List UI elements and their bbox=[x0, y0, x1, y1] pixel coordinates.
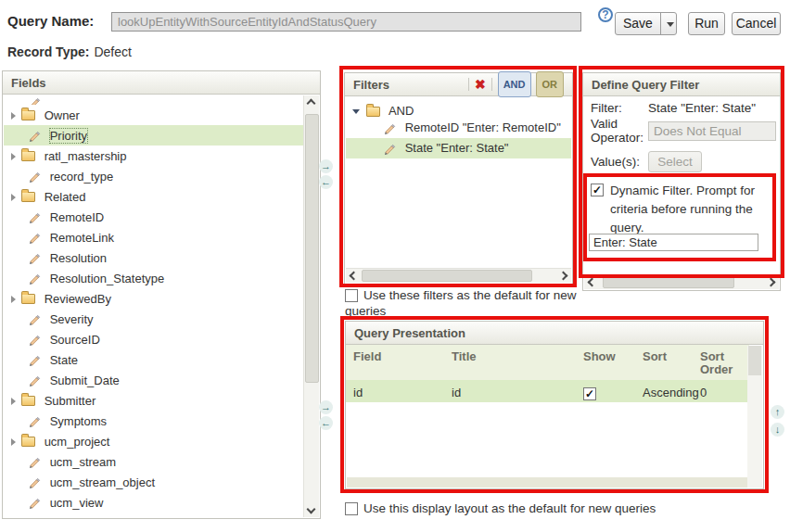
record-type-label: Record Type: bbox=[7, 44, 89, 59]
select-values-button[interactable]: Select bbox=[648, 151, 702, 172]
field-item-partial[interactable] bbox=[4, 95, 303, 105]
filters-default-label: Use these filters as the default for new… bbox=[345, 288, 577, 318]
field-item-reviewedby[interactable]: ReviewedBy bbox=[4, 288, 303, 309]
field-item-ucm-project[interactable]: ucm_project bbox=[4, 431, 303, 451]
field-item-remotelink[interactable]: RemoteLink bbox=[4, 227, 303, 247]
record-type: Record Type:Defect bbox=[7, 44, 132, 59]
pencil-icon bbox=[28, 252, 41, 265]
delete-filter-icon[interactable] bbox=[475, 73, 486, 95]
move-column-up-button[interactable] bbox=[771, 405, 784, 419]
help-icon[interactable] bbox=[598, 7, 613, 22]
field-item-severity[interactable]: Severity bbox=[4, 309, 303, 329]
presentation-bottom-strip bbox=[347, 477, 747, 488]
pencil-icon bbox=[28, 334, 41, 347]
scrollbar-thumb[interactable] bbox=[603, 276, 734, 288]
field-item-priority[interactable]: Priority bbox=[4, 125, 303, 146]
or-button[interactable]: OR bbox=[536, 71, 565, 97]
presentation-vertical-scrollbar[interactable] bbox=[747, 346, 762, 488]
fields-panel-header: Fields bbox=[3, 71, 320, 95]
define-panel-header: Define Query Filter bbox=[583, 73, 780, 96]
folder-icon bbox=[21, 192, 35, 202]
expand-arrow-icon[interactable] bbox=[11, 438, 16, 446]
field-item-symptoms[interactable]: Symptoms bbox=[4, 411, 303, 431]
pencil-icon bbox=[28, 497, 41, 510]
pencil-icon bbox=[28, 313, 41, 326]
pencil-icon bbox=[28, 130, 41, 143]
folder-icon bbox=[21, 294, 35, 304]
values-label: Value(s): bbox=[591, 155, 640, 169]
field-item-resolution-statetype[interactable]: Resolution_Statetype bbox=[4, 268, 303, 288]
fields-vertical-scrollbar[interactable] bbox=[303, 95, 319, 517]
field-item-related[interactable]: Related bbox=[4, 186, 303, 207]
scroll-right-icon[interactable] bbox=[767, 278, 776, 287]
expand-arrow-icon[interactable] bbox=[11, 398, 16, 405]
expand-arrow-icon[interactable] bbox=[11, 153, 16, 160]
field-item-record-type[interactable]: record_type bbox=[4, 166, 303, 186]
filters-default-checkbox[interactable] bbox=[345, 289, 358, 302]
pencil-icon bbox=[28, 374, 41, 387]
column-header-show: Show bbox=[568, 350, 633, 376]
display-default-checkbox[interactable] bbox=[345, 502, 358, 515]
dynamic-filter-checkbox[interactable] bbox=[591, 184, 604, 196]
operator-value-field[interactable]: Does Not Equal bbox=[648, 121, 776, 141]
folder-icon bbox=[366, 107, 380, 117]
cancel-button[interactable]: Cancel bbox=[732, 12, 781, 35]
row-sort-value[interactable]: Ascending bbox=[633, 386, 694, 399]
scrollbar-thumb[interactable] bbox=[748, 346, 761, 375]
column-header-title: Title bbox=[452, 350, 568, 376]
field-item-state[interactable]: State bbox=[4, 349, 303, 370]
add-display-field-button[interactable] bbox=[319, 400, 333, 414]
pencil-icon bbox=[383, 122, 396, 135]
field-item-remoteid[interactable]: RemoteID bbox=[4, 207, 303, 227]
fields-tree: Owner Priority ratl_mastership record_ty… bbox=[4, 95, 319, 517]
move-column-down-button[interactable] bbox=[771, 423, 784, 437]
query-name-input[interactable] bbox=[111, 12, 581, 32]
filters-default-option: Use these filters as the default for new… bbox=[345, 287, 579, 319]
field-item-ucm-view[interactable]: ucm_view bbox=[4, 492, 303, 513]
field-item-submit-date[interactable]: Submit_Date bbox=[4, 370, 303, 390]
define-horizontal-scrollbar[interactable] bbox=[584, 274, 779, 289]
scrollbar-thumb[interactable] bbox=[305, 114, 319, 383]
dynamic-filter-prompt-input[interactable] bbox=[589, 234, 758, 251]
expand-arrow-icon[interactable] bbox=[11, 112, 16, 120]
filters-horizontal-scrollbar[interactable] bbox=[346, 268, 571, 283]
expand-arrow-icon[interactable] bbox=[11, 194, 16, 201]
save-button[interactable]: Save bbox=[616, 13, 660, 34]
scroll-left-icon[interactable] bbox=[588, 278, 597, 287]
remove-display-field-button[interactable] bbox=[319, 416, 333, 430]
save-split-button[interactable]: Save bbox=[615, 12, 677, 35]
pencil-icon bbox=[28, 96, 41, 105]
column-header-sort-order: Sort Order bbox=[694, 350, 732, 376]
field-item-submitter[interactable]: Submitter bbox=[4, 390, 303, 411]
field-item-sourceid[interactable]: SourceID bbox=[4, 329, 303, 349]
collapse-arrow-icon[interactable] bbox=[352, 109, 360, 114]
query-editor-page: Query Name: Save Run Cancel Record Type:… bbox=[0, 0, 790, 532]
field-item-owner[interactable]: Owner bbox=[4, 105, 303, 125]
folder-icon bbox=[21, 437, 35, 447]
filter-item-state[interactable]: State "Enter: State" bbox=[346, 138, 571, 158]
pencil-icon bbox=[383, 143, 396, 156]
filter-group-and[interactable]: AND bbox=[346, 97, 571, 118]
field-item-ucm-stream-object[interactable]: ucm_stream_object bbox=[4, 472, 303, 492]
expand-arrow-icon[interactable] bbox=[11, 296, 16, 303]
run-button[interactable]: Run bbox=[688, 12, 725, 35]
dynamic-filter-label: Dynamic Filter. Prompt for criteria befo… bbox=[610, 182, 771, 237]
scroll-up-icon[interactable] bbox=[307, 99, 316, 108]
pencil-icon bbox=[28, 211, 41, 224]
and-button[interactable]: AND bbox=[498, 71, 531, 97]
presentation-row-id[interactable]: id id Ascending 0 bbox=[346, 380, 749, 402]
folder-icon bbox=[21, 151, 35, 161]
presentation-column-headers: Field Title Show Sort Sort Order bbox=[346, 345, 749, 380]
field-item-ucm-stream[interactable]: ucm_stream bbox=[4, 451, 303, 472]
move-field-right-button[interactable] bbox=[319, 159, 333, 173]
scroll-left-icon[interactable] bbox=[350, 272, 359, 281]
scroll-down-icon[interactable] bbox=[307, 505, 316, 514]
save-dropdown-button[interactable] bbox=[660, 13, 676, 34]
field-item-ratl-mastership[interactable]: ratl_mastership bbox=[4, 146, 303, 166]
field-item-resolution[interactable]: Resolution bbox=[4, 247, 303, 268]
move-field-left-button[interactable] bbox=[319, 175, 333, 189]
scrollbar-thumb[interactable] bbox=[362, 270, 532, 282]
query-presentation-panel: Query Presentation Field Title Show Sort… bbox=[345, 321, 764, 489]
row-show-checkbox[interactable] bbox=[583, 387, 596, 400]
scroll-right-icon[interactable] bbox=[559, 272, 568, 281]
